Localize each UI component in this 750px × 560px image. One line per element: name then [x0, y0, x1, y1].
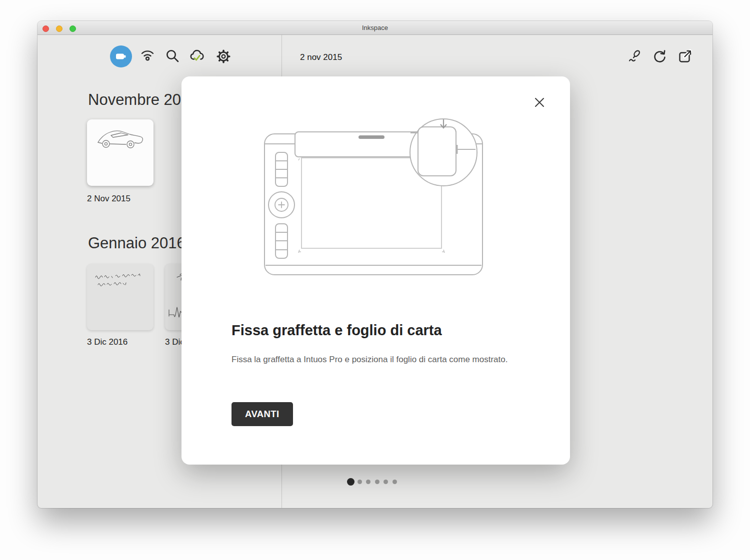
- ink-pen-icon: [626, 48, 642, 64]
- carousel-dot-active[interactable]: [347, 478, 354, 486]
- wifi-icon: [140, 47, 156, 63]
- search-button[interactable]: [164, 47, 181, 64]
- redo-icon: [652, 48, 668, 64]
- cloud-sync-button[interactable]: [189, 47, 206, 64]
- ink-pen-button[interactable]: [626, 48, 642, 65]
- tablet-device-icon: [114, 50, 128, 63]
- wifi-button[interactable]: [139, 46, 156, 63]
- modal-title: Fissa graffetta e foglio di carta: [232, 322, 442, 339]
- carousel-dot[interactable]: [392, 480, 397, 484]
- page-date: 2 nov 2015: [300, 52, 342, 62]
- carousel-dot[interactable]: [384, 480, 388, 484]
- close-icon: [534, 96, 546, 108]
- modal-body-text: Fissa la graffetta a Intuos Pro e posizi…: [232, 352, 509, 368]
- next-button[interactable]: AVANTI: [232, 402, 293, 426]
- share-icon: [677, 48, 693, 64]
- note-thumbnail[interactable]: [87, 264, 154, 330]
- device-status-button[interactable]: [110, 45, 132, 67]
- section-title-gennaio: Gennaio 2016: [88, 234, 186, 252]
- gear-icon: [216, 48, 232, 64]
- carousel-dot[interactable]: [366, 480, 370, 484]
- redo-button[interactable]: [651, 48, 668, 65]
- titlebar: Inkspace: [38, 21, 712, 35]
- search-icon: [164, 48, 180, 64]
- cloud-sync-ok-icon: [189, 47, 206, 64]
- settings-button[interactable]: [215, 48, 232, 65]
- note-thumbnail[interactable]: [87, 119, 154, 186]
- modal-close-button[interactable]: [532, 95, 546, 109]
- carousel-dot[interactable]: [358, 480, 362, 484]
- carousel-dot[interactable]: [375, 480, 380, 484]
- tablet-clip-illustration: [254, 112, 489, 285]
- app-window: Inkspace: [38, 21, 712, 508]
- thumbnail-date-label: 3 Dic 2016: [87, 337, 128, 347]
- window-title: Inkspace: [38, 21, 712, 35]
- carousel-dots: [347, 478, 401, 486]
- onboarding-modal: Fissa graffetta e foglio di carta Fissa …: [182, 76, 570, 465]
- handwriting-sketch: [87, 264, 154, 330]
- share-button[interactable]: [676, 48, 694, 65]
- car-sketch: [87, 119, 154, 186]
- thumbnail-date-label: 2 Nov 2015: [87, 194, 130, 204]
